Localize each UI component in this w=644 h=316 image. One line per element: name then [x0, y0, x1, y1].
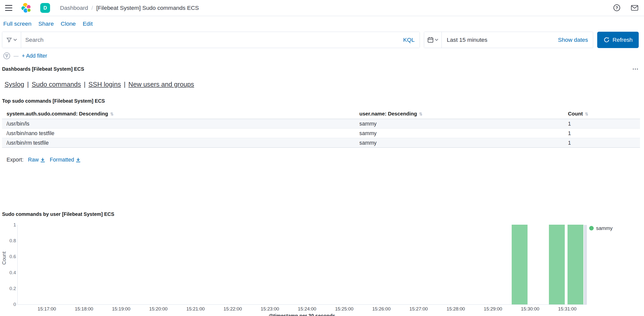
search-input[interactable]	[21, 32, 398, 48]
cell-count: 1	[564, 138, 640, 148]
sort-icon: ⇅	[110, 112, 114, 116]
chart-panel-header: Sudo commands by user [Filebeat System] …	[2, 211, 640, 217]
sudo-commands-table: system.auth.sudo.command: Descending⇅ us…	[2, 109, 640, 148]
x-axis-tick-label: 15:23:00	[261, 306, 279, 312]
x-axis-tick-label: 15:27:00	[409, 306, 428, 312]
refresh-button[interactable]: Refresh	[597, 32, 639, 48]
column-header-count[interactable]: Count⇅	[564, 109, 640, 119]
cell-command: /usr/bin/rm testfile	[2, 138, 355, 148]
breadcrumb-separator: /	[91, 5, 93, 11]
chart-panel-title: Sudo commands by user [Filebeat System] …	[2, 211, 114, 217]
x-axis-tick-label: 15:17:00	[38, 306, 56, 312]
y-axis-title: Count	[1, 252, 7, 265]
saved-query-menu-button[interactable]	[2, 32, 21, 48]
edit-button[interactable]: Edit	[83, 20, 93, 27]
x-axis-tick-label: 15:31:00	[558, 306, 577, 312]
menu-icon[interactable]	[5, 5, 12, 11]
filter-separator: —	[14, 53, 19, 59]
chart-plot-area	[17, 225, 587, 305]
sort-icon: ⇅	[585, 112, 588, 116]
link-syslog[interactable]: Syslog	[5, 81, 24, 88]
cell-command: /usr/bin/ls	[2, 119, 355, 129]
breadcrumb-dashboard[interactable]: Dashboard	[60, 5, 88, 11]
legend-item[interactable]: sammy	[589, 225, 613, 231]
x-axis-tick-label: 15:24:00	[298, 306, 316, 312]
date-picker: Last 15 minutes Show dates	[424, 32, 593, 48]
filter-funnel-icon	[6, 37, 12, 43]
export-formatted-button[interactable]: Formatted	[50, 157, 81, 163]
breadcrumb-current-page: [Filebeat System] Sudo commands ECS	[96, 5, 199, 11]
share-button[interactable]: Share	[38, 20, 54, 27]
add-filter-button[interactable]: + Add filter	[22, 53, 47, 59]
kibana-app: D Dashboard / [Filebeat System] Sudo com…	[0, 0, 644, 316]
header-actions: ?	[613, 4, 638, 11]
link-separator: |	[124, 81, 126, 88]
link-new-users-groups[interactable]: New users and groups	[128, 81, 194, 88]
calendar-menu-button[interactable]	[424, 32, 442, 48]
chart-panel: Sudo commands by user [Filebeat System] …	[2, 211, 640, 316]
table-panel-title: Top sudo commands [Filebeat System] ECS	[2, 98, 105, 104]
chart-bar[interactable]	[549, 225, 565, 304]
cell-count: 1	[564, 129, 640, 138]
links-panel-header: Dashboards [Filebeat System] ECS ⋯	[2, 66, 640, 72]
x-axis-tick-label: 15:26:00	[372, 306, 391, 312]
clone-button[interactable]: Clone	[61, 20, 76, 27]
space-avatar[interactable]: D	[40, 3, 50, 13]
x-axis-title: @timestamp per 30 seconds	[269, 313, 335, 316]
calendar-icon	[427, 37, 433, 43]
chart-legend: sammy	[589, 225, 613, 231]
chart-bar[interactable]	[512, 225, 528, 304]
download-icon	[40, 157, 45, 163]
show-dates-button[interactable]: Show dates	[558, 36, 593, 43]
cell-command: /usr/bin/nano testfile	[2, 129, 355, 138]
legend-color-dot-icon	[589, 226, 594, 230]
sort-icon: ⇅	[419, 112, 423, 116]
filter-options-icon[interactable]	[3, 52, 10, 59]
top-header-bar: D Dashboard / [Filebeat System] Sudo com…	[0, 0, 644, 16]
y-axis-tick-label: 0.6	[10, 254, 16, 260]
newsfeed-mail-icon[interactable]	[631, 5, 638, 11]
full-screen-button[interactable]: Full screen	[3, 20, 31, 27]
table-row: /usr/bin/ls sammy 1	[2, 119, 640, 129]
link-ssh-logins[interactable]: SSH logins	[89, 81, 121, 88]
x-axis-tick-label: 15:18:00	[75, 306, 93, 312]
time-range-value[interactable]: Last 15 minutes	[442, 36, 558, 43]
link-separator: |	[84, 81, 86, 88]
svg-text:?: ?	[616, 6, 618, 10]
elastic-logo-icon[interactable]	[21, 3, 31, 13]
x-axis-tick-label: 15:29:00	[484, 306, 502, 312]
x-axis-labels: 15:17:0015:18:0015:19:0015:20:0015:21:00…	[17, 306, 587, 313]
refresh-button-label: Refresh	[613, 36, 633, 43]
x-axis-tick-label: 15:20:00	[149, 306, 168, 312]
x-axis-tick-label: 15:22:00	[224, 306, 242, 312]
dashboard-viewport: Dashboards [Filebeat System] ECS ⋯ Syslo…	[0, 61, 644, 316]
x-axis-tick-label: 15:19:00	[112, 306, 130, 312]
panel-options-icon[interactable]: ⋯	[631, 66, 640, 72]
chevron-down-icon	[435, 38, 438, 41]
column-header-username[interactable]: user.name: Descending⇅	[355, 109, 564, 119]
table-row: /usr/bin/rm testfile sammy 1	[2, 138, 640, 148]
bar-chart: Count 00.20.40.60.81 15:17:0015:18:0015:…	[2, 225, 642, 316]
cell-username: sammy	[355, 119, 564, 129]
chart-bar[interactable]	[568, 225, 583, 304]
chevron-down-icon	[13, 38, 17, 41]
link-sudo-commands[interactable]: Sudo commands	[32, 81, 81, 88]
x-axis-tick-label: 15:21:00	[186, 306, 205, 312]
export-raw-button[interactable]: Raw	[28, 157, 45, 163]
help-icon[interactable]: ?	[613, 4, 620, 11]
query-bar: KQL Last 15 minutes Show dates Refresh	[0, 32, 644, 48]
refresh-icon	[603, 37, 610, 43]
y-axis-tick-label: 0.8	[10, 238, 16, 244]
cell-username: sammy	[355, 138, 564, 148]
breadcrumb: Dashboard / [Filebeat System] Sudo comma…	[60, 5, 199, 11]
column-header-command[interactable]: system.auth.sudo.command: Descending⇅	[2, 109, 355, 119]
y-axis-tick-label: 0.4	[10, 270, 16, 276]
x-axis-tick-label: 15:25:00	[335, 306, 353, 312]
table-header-row: system.auth.sudo.command: Descending⇅ us…	[2, 109, 640, 119]
legend-label: sammy	[596, 225, 613, 231]
link-separator: |	[27, 81, 29, 88]
download-icon	[76, 157, 81, 163]
y-axis-tick-label: 0	[13, 302, 16, 307]
query-language-button[interactable]: KQL	[398, 32, 420, 48]
cell-count: 1	[564, 119, 640, 129]
